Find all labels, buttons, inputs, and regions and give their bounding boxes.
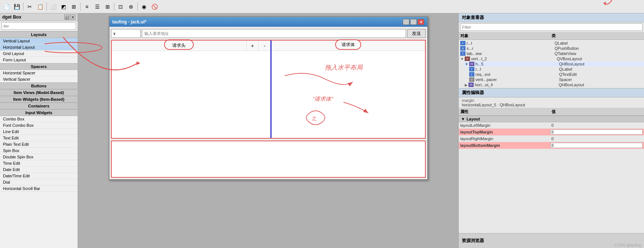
wb-item-double-spin-box[interactable]: Double Spin Box xyxy=(0,154,78,160)
widget-box: dget Box ◱ ✕ Layouts Vertical Layout Hor… xyxy=(0,13,78,248)
wb-item-dial[interactable]: Dial xyxy=(0,179,78,186)
wb-item-line-edit[interactable]: Line Edit xyxy=(0,129,78,135)
main-layout: dget Box ◱ ✕ Layouts Vertical Layout Hor… xyxy=(0,13,644,248)
widget-box-close-btn[interactable]: ✕ xyxy=(70,15,75,20)
wb-item-time-edit[interactable]: Time Edit xyxy=(0,160,78,167)
wb-item-h-spacer[interactable]: Horizontal Spacer xyxy=(0,70,78,76)
remove-header-btn[interactable]: - xyxy=(259,41,271,51)
url-bar-row: ∨ 发送 xyxy=(111,28,426,39)
pe-headers: 属性 值 值 xyxy=(459,108,644,116)
right-panel-body: 拖入水平布局 "请求体" xyxy=(271,51,425,138)
pe-section-label: Layout xyxy=(467,117,480,121)
wb-item-h-scrollbar[interactable]: Horizontal Scroll Bar xyxy=(0,186,78,192)
annotation-svg: 拖入水平布局 "请求体" xyxy=(271,51,425,138)
oi-row-spacer[interactable]: v verti...pacer Spacer xyxy=(468,77,644,82)
oi-filter-input[interactable] xyxy=(460,23,643,31)
widget-box-float-btn[interactable]: ◱ xyxy=(64,15,69,20)
oi-item-icon-3: t xyxy=(460,51,465,56)
toolbar-copy[interactable]: 📋 xyxy=(35,2,45,12)
right-panels: 对象查看器 对象 类 r r...l QLabel s s...r QPushB… xyxy=(458,13,644,248)
oi-row-rl[interactable]: r r...l QLabel xyxy=(459,41,644,46)
wb-cat-item-views[interactable]: Item Views (Model-Based) xyxy=(0,89,78,96)
toolbar-glayout[interactable]: ⊞ xyxy=(103,2,112,12)
toolbar-draw[interactable]: ◩ xyxy=(59,2,68,12)
wb-item-grid-layout[interactable]: Grid Layout xyxy=(0,51,78,57)
oi-row-reqext[interactable]: r req...ext QTextEdit xyxy=(468,72,644,77)
widget-box-title: dget Box xyxy=(2,15,21,20)
pe-row-left-margin[interactable]: layoutLeftMargin 0 xyxy=(459,122,644,129)
widget-box-filter-input[interactable] xyxy=(1,22,76,30)
toolbar-save[interactable]: 💾 xyxy=(12,2,22,12)
pe-val-bottom[interactable]: 8 xyxy=(550,143,643,148)
oi-item-icon-2: s xyxy=(460,46,465,51)
wb-item-date-edit[interactable]: Date Edit xyxy=(0,167,78,173)
oi-item-icon: r xyxy=(460,41,465,45)
property-editor: 属性编辑器 margin horizontalLayout_5 : QHBoxL… xyxy=(459,88,644,233)
wb-item-v-spacer[interactable]: Vertical Spacer xyxy=(0,76,78,83)
oi-layout-icon: V xyxy=(465,57,470,61)
oi-row-hbox5[interactable]: ▼ H h...5 QHBoxLayout xyxy=(463,61,644,67)
pe-row-top-margin[interactable]: layoutTopMargin 8 xyxy=(459,129,644,136)
pe-val-top[interactable]: 8 xyxy=(550,129,643,135)
toolbar-sep-2 xyxy=(46,3,47,11)
request-header-tab[interactable]: 请求头 xyxy=(112,41,247,51)
object-inspector-title: 对象查看器 xyxy=(459,13,644,22)
toolbar-preview[interactable]: ◉ xyxy=(139,2,149,12)
wb-item-text-edit[interactable]: Text Edit xyxy=(0,135,78,141)
qt-maximize-btn[interactable]: □ xyxy=(410,19,417,25)
toolbar-break[interactable]: ⊛ xyxy=(126,2,136,12)
wb-item-datetime-edit[interactable]: Date/Time Edit xyxy=(0,173,78,179)
oi-row-hbox4[interactable]: ▶ H hori...ut_4 QHBoxLayout xyxy=(463,82,644,87)
oi-row-sr[interactable]: s s...r QPushButton xyxy=(459,46,644,51)
wb-cat-spacers[interactable]: Spacers xyxy=(0,63,78,70)
method-combo[interactable]: ∨ xyxy=(111,29,141,38)
wb-item-spin-box[interactable]: Spin Box xyxy=(0,148,78,154)
request-header-label: 请求头 xyxy=(172,42,186,49)
pe-object-label: horizontalLayout_5 : QHBoxLayout xyxy=(462,103,525,107)
toolbar-sep-3 xyxy=(80,3,81,11)
svg-text:拖入水平布局: 拖入水平布局 xyxy=(325,64,363,71)
wb-item-vertical-layout[interactable]: Vertical Layout xyxy=(0,38,78,44)
toolbar-tab[interactable]: ⊞ xyxy=(69,2,79,12)
oi-hbox-icon: H xyxy=(469,62,474,66)
wb-cat-input-widgets[interactable]: Input Widgets xyxy=(0,109,78,116)
oi-row-rl2[interactable]: r r...l QLabel xyxy=(468,67,644,72)
wb-item-font-combo-box[interactable]: Font Combo Box xyxy=(0,122,78,129)
toolbar-sep-1 xyxy=(23,3,23,11)
wb-cat-item-widgets[interactable]: Item Widgets (Item-Based) xyxy=(0,96,78,103)
pe-row-bottom-margin[interactable]: layoutBottomMargin 8 xyxy=(459,142,644,149)
qt-window-title: laufing - jack.ui* xyxy=(112,19,147,25)
wb-cat-containers[interactable]: Containers xyxy=(0,103,78,109)
toolbar-sep-4 xyxy=(114,3,114,11)
qt-minimize-btn[interactable]: _ xyxy=(403,19,409,25)
wb-cat-layouts[interactable]: Layouts xyxy=(0,31,78,38)
pe-section-layout[interactable]: ▼ Layout xyxy=(459,116,644,122)
wb-item-combo-box[interactable]: Combo Box xyxy=(0,116,78,122)
toolbar-cut[interactable]: ✂ xyxy=(25,2,35,12)
qt-window-body: ∨ 发送 请求头 xyxy=(109,27,427,179)
toolbar-select[interactable]: ⬜ xyxy=(48,2,58,12)
send-button[interactable]: 发送 xyxy=(407,29,426,38)
pe-header-val: 值 xyxy=(552,109,643,115)
toolbar-adjust[interactable]: ⊡ xyxy=(116,2,125,12)
url-input[interactable] xyxy=(142,29,406,38)
oi-row-vbox[interactable]: ▼ V vert...t_2 QVBoxLayout xyxy=(459,56,644,61)
wb-item-horizontal-layout[interactable]: Horizontal Layout xyxy=(0,44,78,51)
qt-close-btn[interactable]: ✕ xyxy=(418,19,424,25)
pe-row-right-margin[interactable]: layoutRightMargin 0 xyxy=(459,136,644,142)
oi-item-icon-4: r xyxy=(469,67,474,71)
right-panel-header: 请求体 xyxy=(271,41,425,51)
panels-row: 请求头 + - xyxy=(112,41,425,138)
toolbar-stop[interactable]: 🚫 xyxy=(150,2,159,12)
toolbar-hlayout[interactable]: ≡ xyxy=(82,2,92,12)
oi-row-tableview[interactable]: t tab...iew QTableView xyxy=(459,51,644,56)
wb-cat-buttons[interactable]: Buttons xyxy=(0,83,78,89)
add-header-btn[interactable]: + xyxy=(247,41,259,51)
circle-annotation-2: 请求体 xyxy=(335,39,361,50)
toolbar-vlayout[interactable]: ☰ xyxy=(92,2,102,12)
wb-item-plain-text-edit[interactable]: Plain Text Edit xyxy=(0,141,78,148)
toolbar-new[interactable]: 📄 xyxy=(1,2,11,12)
wb-item-form-layout[interactable]: Form Layout xyxy=(0,57,78,63)
toolbar-sep-5 xyxy=(137,3,138,11)
method-combo-arrow: ∨ xyxy=(113,31,116,36)
